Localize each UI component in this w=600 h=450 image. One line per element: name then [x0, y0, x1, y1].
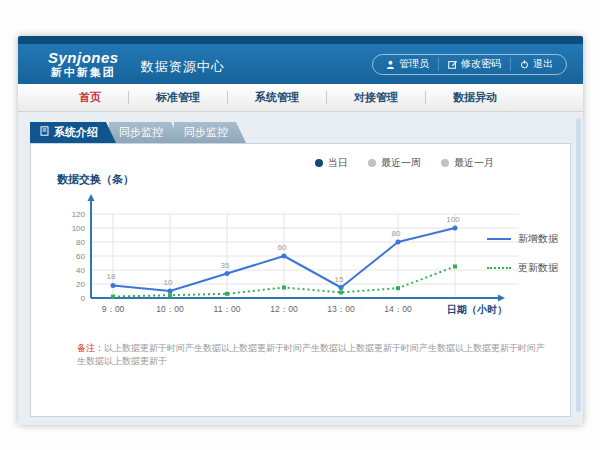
- logo-wordmark: Synjones: [48, 50, 119, 67]
- line-chart: 0204060801001209：0010：0011：0012：0013：001…: [47, 192, 525, 326]
- svg-text:35: 35: [221, 261, 230, 270]
- power-icon: [520, 60, 529, 69]
- change-password-label: 修改密码: [461, 57, 501, 71]
- svg-text:15: 15: [335, 275, 344, 284]
- top-strip: [18, 36, 583, 44]
- svg-text:80: 80: [76, 238, 85, 247]
- main-nav: 首页 标准管理 系统管理 对接管理 数据异动: [18, 84, 583, 112]
- svg-text:80: 80: [392, 229, 401, 238]
- logo-company-name: 新中新集团: [48, 66, 119, 78]
- nav-item-system-mgmt[interactable]: 系统管理: [228, 90, 326, 105]
- svg-text:9：00: 9：00: [102, 304, 125, 314]
- logout-button[interactable]: 退出: [510, 57, 562, 71]
- chart-panel: 当日 最近一周 最近一月 数据交换（条） 0204060801001209：00…: [30, 143, 571, 417]
- logout-label: 退出: [533, 57, 553, 71]
- radio-last-month-label: 最近一月: [454, 156, 494, 170]
- radio-today[interactable]: 当日: [315, 156, 348, 170]
- tab-system-intro[interactable]: 系统介绍: [30, 122, 116, 143]
- svg-text:10：00: 10：00: [156, 304, 184, 314]
- green-dotted-swatch-icon: [487, 267, 511, 269]
- radio-unselected-icon: [368, 159, 376, 167]
- legend-item-updated-data[interactable]: 更新数据: [487, 261, 558, 275]
- edit-icon: [448, 60, 457, 69]
- blue-line-swatch-icon: [487, 238, 511, 240]
- nav-item-interface-mgmt[interactable]: 对接管理: [327, 90, 425, 105]
- tab-bar: 系统介绍 同步监控 同步监控: [30, 122, 583, 143]
- tab-sync-monitor-1[interactable]: 同步监控: [109, 122, 181, 143]
- tab-sync-monitor-2-label: 同步监控: [184, 122, 228, 143]
- nav-item-standard-mgmt[interactable]: 标准管理: [129, 90, 227, 105]
- svg-text:0: 0: [81, 294, 86, 303]
- user-menu: 管理员 修改密码 退出: [372, 54, 567, 75]
- svg-text:100: 100: [446, 215, 460, 224]
- svg-text:日期（小时）: 日期（小时）: [447, 304, 507, 315]
- admin-user-button[interactable]: 管理员: [377, 57, 438, 71]
- footnote-prefix: 备注：: [77, 343, 104, 353]
- radio-last-month[interactable]: 最近一月: [441, 156, 494, 170]
- svg-text:100: 100: [72, 224, 86, 233]
- y-axis-title: 数据交换（条）: [57, 172, 134, 187]
- change-password-button[interactable]: 修改密码: [438, 57, 510, 71]
- svg-text:11：00: 11：00: [214, 304, 241, 314]
- footnote: 备注：以上数据更新于时间产生数据以上数据更新于时间产生数据以上数据更新于时间产生…: [77, 342, 546, 368]
- radio-last-week-label: 最近一周: [381, 156, 421, 170]
- app-window: Synjones 新中新集团 数据资源中心 管理员 修改密码 退出: [18, 36, 583, 425]
- app-header: Synjones 新中新集团 数据资源中心 管理员 修改密码 退出: [18, 44, 583, 84]
- svg-text:14：00: 14：00: [384, 304, 412, 314]
- radio-last-week[interactable]: 最近一周: [368, 156, 421, 170]
- time-range-filters: 当日 最近一周 最近一月: [315, 156, 494, 170]
- radio-today-label: 当日: [328, 156, 348, 170]
- svg-text:13：00: 13：00: [327, 304, 355, 314]
- content-area: 系统介绍 同步监控 同步监控 当日 最近一周: [18, 112, 583, 425]
- page-title: 数据资源中心: [141, 52, 225, 76]
- vertical-scrollbar[interactable]: [576, 118, 581, 412]
- user-icon: [386, 60, 395, 69]
- svg-text:60: 60: [76, 252, 85, 261]
- svg-text:12：00: 12：00: [270, 304, 298, 314]
- radio-selected-icon: [315, 159, 323, 167]
- svg-text:40: 40: [76, 266, 85, 275]
- svg-text:20: 20: [76, 280, 85, 289]
- svg-text:120: 120: [72, 210, 86, 219]
- radio-unselected-icon: [441, 159, 449, 167]
- company-logo: Synjones 新中新集团: [48, 50, 119, 79]
- legend-new-data-label: 新增数据: [518, 232, 558, 246]
- svg-text:10: 10: [164, 278, 173, 287]
- footnote-text: 以上数据更新于时间产生数据以上数据更新于时间产生数据以上数据更新于时间产生数据以…: [77, 343, 545, 366]
- tab-system-intro-label: 系统介绍: [54, 122, 98, 143]
- tab-sync-monitor-1-label: 同步监控: [119, 122, 163, 143]
- nav-item-home[interactable]: 首页: [52, 90, 128, 105]
- legend-updated-data-label: 更新数据: [518, 261, 558, 275]
- document-icon: [40, 122, 49, 143]
- nav-item-data-change[interactable]: 数据异动: [426, 90, 524, 105]
- admin-user-label: 管理员: [399, 57, 429, 71]
- chart-legend: 新增数据 更新数据: [487, 232, 558, 275]
- svg-text:60: 60: [278, 243, 287, 252]
- svg-text:18: 18: [107, 272, 116, 281]
- legend-item-new-data[interactable]: 新增数据: [487, 232, 558, 246]
- tab-sync-monitor-2[interactable]: 同步监控: [174, 122, 246, 143]
